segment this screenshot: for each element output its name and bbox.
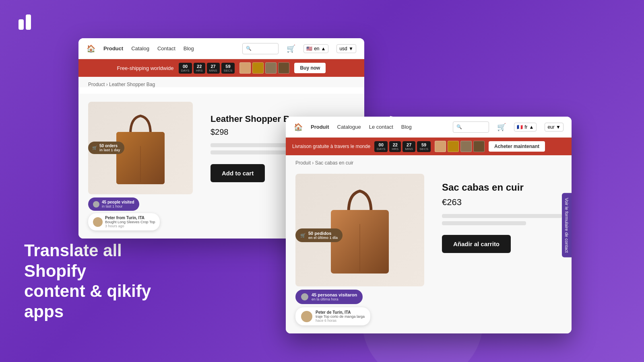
hero-line2: content & qikify apps — [24, 281, 185, 322]
en-product-image-area: 🛒 50 orders in last 1 day 45 people visi… — [88, 102, 201, 230]
en-breadcrumb: Product › Leather Shopper Bag — [88, 82, 355, 87]
fr-visited-sub: en la última hora — [312, 297, 357, 301]
fr-secs-value: 59 — [421, 142, 426, 147]
fr-navbar: 🏠 Produit Catalogue Le contact Blog 🔍 🛒 … — [286, 117, 572, 138]
fr-currency-value: eur — [547, 124, 554, 130]
en-nav-catalog[interactable]: Catalog — [131, 45, 149, 51]
en-thumb-2 — [252, 62, 264, 74]
fr-banner: Livraison gratuite à travers le monde 00… — [286, 138, 572, 155]
fr-contact-sidebar[interactable]: Voir le formulaire de contact — [562, 193, 572, 257]
fr-product-price: €263 — [442, 197, 562, 208]
en-recent-time: 3 hours ago — [105, 224, 155, 228]
fr-product-area: 🛒 50 pedidos en el último 1 día 45 perso… — [286, 166, 572, 333]
en-orders-count: 50 orders — [99, 144, 120, 148]
fr-product-thumbs — [435, 141, 485, 152]
en-lang-code: en — [314, 46, 319, 51]
fr-cart-icon[interactable]: 🛒 — [497, 123, 506, 132]
fr-nav-contact[interactable]: Le contact — [369, 124, 393, 130]
logo-bar-left — [19, 19, 24, 30]
fr-visited-count: 45 personas visitaron — [312, 292, 357, 297]
fr-timer-secs: 59 SECS — [417, 141, 431, 152]
fr-days-label: DAYS — [377, 147, 385, 151]
en-badge-recent: Peter from Turin, ITA Bought Long Sleeve… — [88, 213, 160, 230]
en-currency-chevron: ▼ — [349, 46, 353, 51]
fr-search-box[interactable]: 🔍 — [453, 121, 489, 133]
fr-mins-value: 27 — [407, 142, 411, 147]
en-visited-count: 45 people visited — [102, 200, 134, 204]
en-badge-visited: 45 people visited in last 1 hour — [88, 197, 139, 211]
en-search-box[interactable]: 🔍 — [242, 43, 279, 54]
en-orders-sub: in last 1 day — [99, 148, 120, 152]
fr-hours-value: 22 — [393, 142, 398, 147]
fr-timer-hours: 22 HRS — [389, 141, 401, 152]
logo-bar-right — [26, 14, 31, 30]
en-language-selector[interactable]: 🇺🇸 en ▲ — [303, 44, 328, 53]
fr-lang-chevron: ▲ — [529, 124, 534, 130]
en-thumb-3 — [265, 62, 277, 74]
fr-thumb-1 — [435, 141, 446, 152]
fr-timer-mins: 27 MINS — [402, 141, 415, 152]
fr-search-icon: 🔍 — [456, 124, 462, 130]
hero-text: Translate all Shopify content & qikify a… — [24, 241, 185, 322]
en-hours-label: HRS — [196, 69, 203, 72]
fr-product-title: Sac cabas en cuir — [442, 182, 562, 193]
en-banner: Free-shipping worldwide 00 DAYS 22 HRS 2… — [78, 59, 364, 77]
fr-add-to-cart-button[interactable]: Añadir al carrito — [442, 235, 511, 253]
en-cart-badge-icon: 🛒 — [92, 146, 97, 150]
en-timer-days: 00 DAYS — [179, 63, 192, 74]
fr-home-icon[interactable]: 🏠 — [294, 123, 303, 132]
fr-nav-product[interactable]: Produit — [311, 124, 329, 130]
fr-product-info: Sac cabas en cuir €263 Añadir al carrito — [442, 174, 562, 325]
fr-thumb-4 — [473, 141, 485, 152]
en-recent-item: Bought Long Sleeves Crop Top — [105, 220, 155, 224]
en-flag: 🇺🇸 — [306, 46, 312, 51]
en-cart-icon[interactable]: 🛒 — [287, 44, 295, 53]
fr-nav-catalog[interactable]: Catalogue — [337, 124, 361, 130]
en-visited-sub: in last 1 hour — [102, 204, 134, 208]
en-navbar: 🏠 Product Catalog Contact Blog 🔍 🛒 🇺🇸 en… — [78, 38, 364, 59]
en-nav-blog[interactable]: Blog — [184, 45, 194, 51]
en-thumb-4 — [278, 62, 289, 74]
en-add-to-cart-button[interactable]: Add to cart — [211, 164, 265, 182]
en-banner-text: Free-shipping worldwide — [117, 65, 174, 71]
fr-breadcrumb: Produit › Sac cabas en cuir — [295, 160, 562, 166]
en-nav-contact[interactable]: Contact — [157, 45, 175, 51]
en-bag-image: 🛒 50 orders in last 1 day — [88, 102, 193, 194]
en-currency-selector[interactable]: usd ▼ — [336, 44, 356, 53]
en-days-value: 00 — [183, 64, 188, 69]
fr-banner-text: Livraison gratuite à travers le monde — [292, 144, 370, 149]
fr-badge-personas: 45 personas visitaron en la última hora — [295, 290, 363, 304]
fr-flag: 🇫🇷 — [517, 124, 523, 130]
en-mins-label: MINS — [209, 69, 217, 72]
fr-mins-label: MINS — [405, 147, 413, 151]
fr-lang-code: fr — [524, 124, 527, 130]
en-home-icon[interactable]: 🏠 — [87, 44, 95, 53]
fr-recent-item: traje Top corto de manga larga — [316, 315, 365, 319]
french-window: 🏠 Produit Catalogue Le contact Blog 🔍 🛒 … — [286, 117, 572, 333]
fr-orders-sub: en el último 1 día — [308, 236, 338, 240]
en-mins-value: 27 — [211, 64, 215, 69]
fr-desc-line-2 — [442, 221, 526, 225]
fr-buy-now-button[interactable]: Acheter maintenant — [489, 141, 545, 152]
fr-language-selector[interactable]: 🇫🇷 fr ▲ — [514, 123, 537, 132]
fr-bag-image: 🛒 50 pedidos en el último 1 día — [295, 174, 424, 286]
fr-secs-label: SECS — [419, 147, 428, 151]
en-secs-value: 59 — [225, 64, 230, 69]
en-buy-now-button[interactable]: Buy now — [294, 63, 326, 73]
en-timer-mins: 27 MINS — [207, 63, 220, 74]
fr-orders-count: 50 pedidos — [308, 231, 338, 236]
fr-thumb-2 — [448, 141, 459, 152]
en-timer: 00 DAYS 22 HRS 27 MINS 59 SECS — [179, 63, 235, 74]
fr-recent-name: Peter de Turín, ITA — [316, 310, 365, 315]
fr-timer-days: 00 DAYS — [374, 141, 388, 152]
en-lang-chevron: ▲ — [321, 46, 326, 51]
fr-product-image-area: 🛒 50 pedidos en el último 1 día 45 perso… — [295, 174, 432, 325]
logo — [19, 14, 31, 30]
fr-recent-time: hace 6 horas — [316, 319, 365, 323]
en-nav-product[interactable]: Product — [103, 45, 123, 51]
fr-nav-blog[interactable]: Blog — [401, 124, 412, 130]
en-product-thumbs — [239, 62, 289, 74]
en-search-icon: 🔍 — [246, 46, 252, 51]
fr-currency-selector[interactable]: eur ▼ — [545, 123, 564, 132]
en-currency-value: usd — [339, 46, 347, 51]
